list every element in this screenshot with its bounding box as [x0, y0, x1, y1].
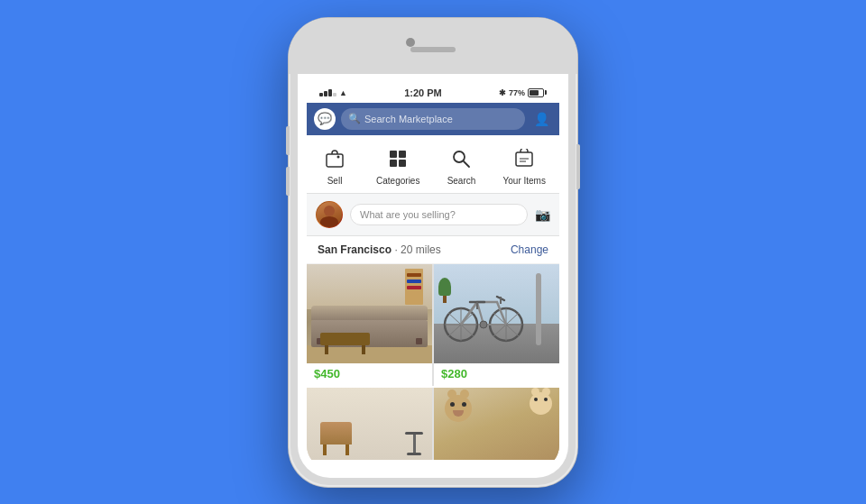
listings-grid-row2	[307, 388, 559, 460]
phone-screen: ▲ 1:20 PM ✱ 77%	[298, 27, 568, 478]
svg-rect-3	[399, 151, 406, 158]
profile-menu-icon[interactable]: 👤	[530, 108, 552, 130]
pole	[536, 273, 541, 345]
phone-device: ▲ 1:20 PM ✱ 77%	[289, 18, 577, 487]
sell-action[interactable]: Sell	[320, 144, 349, 186]
speaker	[410, 47, 456, 52]
svg-rect-2	[390, 151, 397, 158]
categories-action[interactable]: Categories	[376, 144, 419, 186]
listing-sofa[interactable]: $450	[307, 264, 432, 386]
search-icon: 🔍	[348, 113, 361, 124]
svg-rect-4	[390, 160, 397, 167]
your-items-label: Your Items	[503, 176, 546, 186]
listing-bear[interactable]	[434, 388, 559, 460]
listing-bike[interactable]: $280	[434, 264, 559, 386]
svg-rect-5	[399, 160, 406, 167]
svg-point-25	[480, 321, 487, 328]
signal-dot-2	[324, 91, 327, 96]
status-left: ▲	[319, 88, 347, 97]
volume-down-button	[286, 167, 290, 196]
power-button	[576, 144, 580, 189]
status-time: 1:20 PM	[404, 87, 442, 98]
sell-label: Sell	[327, 176, 343, 186]
nav-bar: 💬 🔍 Search Marketplace 👤	[307, 103, 559, 135]
front-camera	[406, 38, 415, 47]
table-object	[320, 333, 370, 354]
messenger-logo: 💬	[318, 112, 332, 125]
location-bar: San Francisco · 20 miles Change	[307, 236, 559, 264]
location-distance: · 20 miles	[394, 243, 440, 256]
bookshelf	[405, 269, 423, 305]
quick-actions-bar: Sell Categories	[307, 135, 559, 194]
camera-button[interactable]: 📷	[535, 207, 550, 222]
sell-icon	[320, 144, 349, 173]
sell-input-field[interactable]: What are you selling?	[350, 204, 528, 225]
profile-icon-glyph: 👤	[534, 112, 549, 126]
sofa-price: $450	[307, 363, 432, 386]
search-label: Search	[447, 176, 476, 186]
svg-point-1	[337, 155, 340, 158]
avatar-image	[316, 201, 343, 228]
location-text: San Francisco · 20 miles	[318, 243, 441, 256]
search-action[interactable]: Search	[447, 144, 475, 186]
user-avatar	[316, 201, 343, 228]
battery-cap	[545, 90, 547, 95]
bear-image	[434, 388, 559, 460]
battery-fill	[530, 90, 539, 96]
your-items-icon	[510, 144, 539, 173]
your-items-action[interactable]: Your Items	[503, 144, 546, 186]
sofa-image	[307, 264, 432, 363]
search-placeholder-text: Search Marketplace	[364, 114, 453, 124]
bike-price: $280	[434, 363, 559, 386]
city-name: San Francisco	[318, 243, 392, 256]
signal-strength	[319, 89, 336, 96]
svg-point-6	[454, 151, 465, 162]
search-action-icon	[447, 144, 475, 173]
bluetooth-icon: ✱	[499, 88, 506, 97]
bike-svg	[443, 284, 524, 347]
sell-input-area: What are you selling? 📷	[307, 194, 559, 236]
stand	[405, 432, 423, 455]
categories-icon	[383, 144, 412, 173]
messenger-icon[interactable]: 💬	[314, 108, 336, 130]
search-bar[interactable]: 🔍 Search Marketplace	[341, 108, 525, 130]
screen-content: ▲ 1:20 PM ✱ 77%	[307, 83, 559, 469]
battery-percent: 77%	[509, 88, 525, 97]
signal-dot-3	[328, 89, 332, 96]
bear1	[445, 395, 472, 422]
bike-image	[434, 264, 559, 363]
wifi-icon: ▲	[339, 88, 347, 97]
bear2	[530, 392, 552, 415]
status-right: ✱ 77%	[499, 88, 547, 97]
svg-rect-0	[327, 154, 343, 167]
battery-indicator	[528, 88, 547, 97]
change-location-button[interactable]: Change	[511, 243, 548, 256]
phone-top-notch	[289, 18, 577, 74]
signal-dot-1	[319, 93, 323, 96]
svg-line-7	[464, 161, 469, 167]
categories-label: Categories	[376, 176, 419, 186]
signal-dot-4	[333, 93, 336, 96]
status-bar: ▲ 1:20 PM ✱ 77%	[307, 83, 559, 103]
listings-grid: $450	[307, 264, 559, 386]
phone-shell: ▲ 1:20 PM ✱ 77%	[289, 18, 577, 487]
tree	[438, 278, 451, 303]
battery-body	[528, 88, 544, 97]
sell-input-placeholder: What are you selling?	[360, 209, 456, 220]
volume-up-button	[286, 126, 290, 155]
listing-lamp[interactable]	[307, 388, 432, 460]
chair	[320, 422, 352, 455]
lamp-image	[307, 388, 432, 460]
